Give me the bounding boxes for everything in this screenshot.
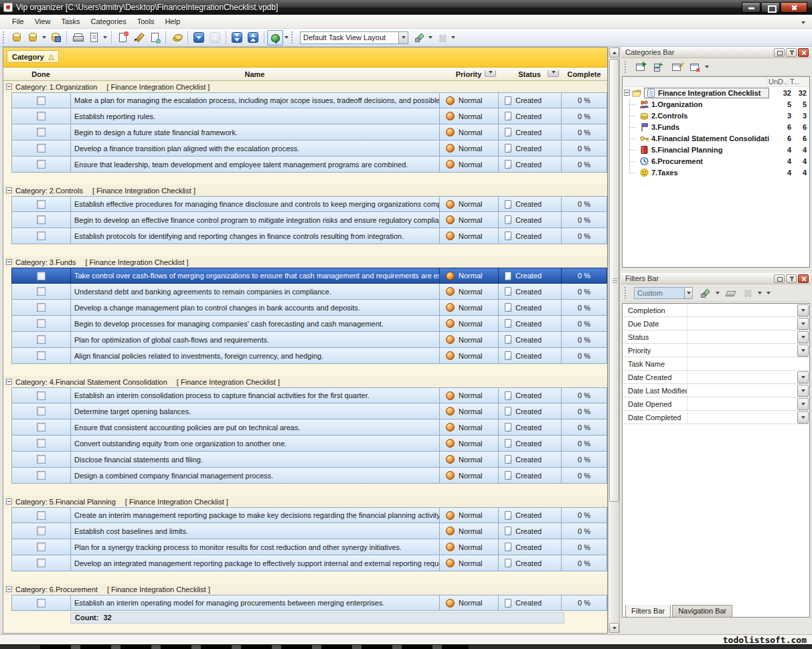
filter-dropdown-button[interactable] [797, 385, 809, 397]
menu-view[interactable]: View [29, 16, 56, 27]
task-row[interactable]: Establish effective procedures for manag… [3, 196, 607, 212]
task-row[interactable]: Take control over cash-flows of merging … [3, 268, 607, 284]
toolbar-gripper[interactable] [3, 31, 6, 43]
move-to-bottom-button[interactable] [229, 30, 245, 45]
tab-navigation-bar[interactable]: Navigation Bar [672, 605, 732, 618]
status-filter-button[interactable] [548, 70, 559, 77]
filter-preset-combo[interactable]: Custom [634, 287, 693, 299]
done-checkbox[interactable] [37, 303, 46, 312]
open-database-button[interactable] [25, 30, 41, 45]
tree-item-row[interactable]: 5.Financial Planning44 [623, 144, 809, 155]
task-row[interactable]: Develop a finance transition plan aligne… [3, 141, 607, 157]
notifications-button[interactable] [267, 30, 283, 45]
filter-value[interactable] [687, 411, 797, 424]
toolbar-gripper[interactable] [625, 61, 628, 73]
filter-dropdown-button[interactable] [797, 371, 809, 383]
print-button[interactable] [70, 30, 86, 45]
layout-combo[interactable]: Default Task View Layout [300, 31, 408, 44]
task-row[interactable]: Understand debt and banking agreements t… [3, 284, 607, 300]
tree-item-row[interactable]: 7.Taxes44 [623, 167, 809, 178]
done-checkbox[interactable] [37, 471, 46, 480]
tab-filters-bar[interactable]: Filters Bar [625, 605, 671, 618]
task-row[interactable]: Design a combined company financial mana… [3, 468, 607, 484]
category-group-row[interactable]: Category: 2.Controls[ Finance Integratio… [3, 185, 607, 196]
done-checkbox[interactable] [37, 335, 46, 344]
filter-preset-dropdown[interactable] [684, 288, 692, 298]
done-checkbox[interactable] [37, 455, 46, 464]
done-checkbox[interactable] [37, 527, 46, 535]
menu-overflow-chevron[interactable] [801, 17, 805, 25]
task-row[interactable]: Establish an interim operating model for… [3, 595, 607, 611]
done-checkbox[interactable] [37, 543, 46, 551]
filter-dropdown-button[interactable] [797, 411, 809, 424]
filter-dropdown-button[interactable] [797, 304, 809, 316]
done-checkbox[interactable] [37, 391, 46, 400]
collapse-icon[interactable] [6, 498, 12, 504]
dropdown-caret[interactable] [41, 30, 48, 45]
dropdown-caret[interactable] [714, 286, 721, 300]
done-checkbox[interactable] [37, 559, 46, 567]
task-row[interactable]: Disclose financial statements and filing… [3, 452, 607, 468]
delete-task-button[interactable] [147, 30, 163, 45]
column-header-done[interactable]: Done [11, 70, 70, 78]
apply-filter-button[interactable] [698, 286, 712, 300]
done-checkbox[interactable] [37, 511, 46, 520]
task-row[interactable]: Establish protocols for identifying and … [3, 228, 607, 244]
done-checkbox[interactable] [37, 599, 46, 608]
done-checkbox[interactable] [37, 96, 46, 105]
tree-item-row[interactable]: 3.Funds66 [623, 121, 809, 132]
filter-value[interactable] [687, 304, 797, 316]
tree-item-row[interactable]: 1.Organization55 [623, 98, 809, 110]
done-checkbox[interactable] [37, 439, 46, 448]
delete-category-button[interactable] [687, 60, 702, 74]
task-row[interactable]: Establish cost baselines and limits.Norm… [3, 523, 607, 539]
menu-help[interactable]: Help [159, 16, 185, 27]
delete-filter-button[interactable] [740, 286, 754, 300]
task-row[interactable]: Establish reporting rules.NormalCreated0… [3, 108, 607, 124]
new-category-button[interactable] [633, 60, 647, 74]
minimize-button[interactable] [742, 2, 760, 13]
task-row[interactable]: Plan for optimization of global cash-flo… [3, 332, 607, 348]
task-row[interactable]: Convert outstanding equity from one orga… [3, 436, 607, 452]
save-database-button[interactable] [48, 30, 64, 45]
done-checkbox[interactable] [37, 231, 46, 240]
category-group-row[interactable]: Category: 5.Financial Planning[ Finance … [3, 496, 607, 507]
task-row[interactable]: Ensure that consistent accounting polici… [3, 420, 607, 436]
clear-filter-button[interactable] [723, 286, 738, 300]
menu-tools[interactable]: Tools [132, 16, 160, 27]
close-button[interactable] [781, 2, 807, 13]
filter-value[interactable] [687, 371, 797, 383]
dropdown-caret[interactable] [283, 30, 290, 45]
collapse-icon[interactable] [6, 379, 12, 385]
category-group-row[interactable]: Category: 6.Procurement[ Finance Integra… [3, 583, 607, 595]
filter-value[interactable] [687, 397, 797, 410]
toolbar-gripper[interactable] [625, 287, 628, 299]
done-checkbox[interactable] [37, 112, 46, 120]
scroll-up-arrow[interactable] [609, 48, 619, 58]
move-up-button[interactable] [207, 30, 223, 45]
toolbar-gripper[interactable] [291, 31, 295, 43]
scroll-down-arrow[interactable] [609, 623, 619, 633]
tree-collapse-icon[interactable] [624, 90, 630, 96]
tree-column-header[interactable]: UnD... [766, 77, 788, 86]
column-header-complete[interactable]: Complete [561, 70, 607, 78]
task-row[interactable]: Ensure that leadership, team development… [3, 157, 607, 173]
done-checkbox[interactable] [37, 144, 46, 153]
manage-layout-button[interactable] [411, 30, 427, 45]
panel-close-button[interactable] [798, 274, 809, 283]
collapse-icon[interactable] [6, 586, 12, 592]
dropdown-caret[interactable] [427, 30, 434, 45]
scrollbar-thumb[interactable] [609, 59, 619, 502]
done-checkbox[interactable] [37, 200, 46, 209]
done-checkbox[interactable] [37, 423, 46, 432]
column-header-name[interactable]: Name [70, 70, 439, 78]
delete-layout-button[interactable] [434, 30, 450, 45]
menu-file[interactable]: File [7, 16, 29, 27]
task-row[interactable]: Develop a change management plan to cont… [3, 300, 607, 316]
filter-value[interactable] [687, 357, 809, 370]
column-header-priority[interactable]: Priority [439, 70, 498, 78]
filter-dropdown-button[interactable] [797, 345, 809, 357]
done-checkbox[interactable] [37, 272, 46, 280]
collapse-icon[interactable] [6, 187, 12, 193]
panel-float-button[interactable] [774, 274, 785, 283]
